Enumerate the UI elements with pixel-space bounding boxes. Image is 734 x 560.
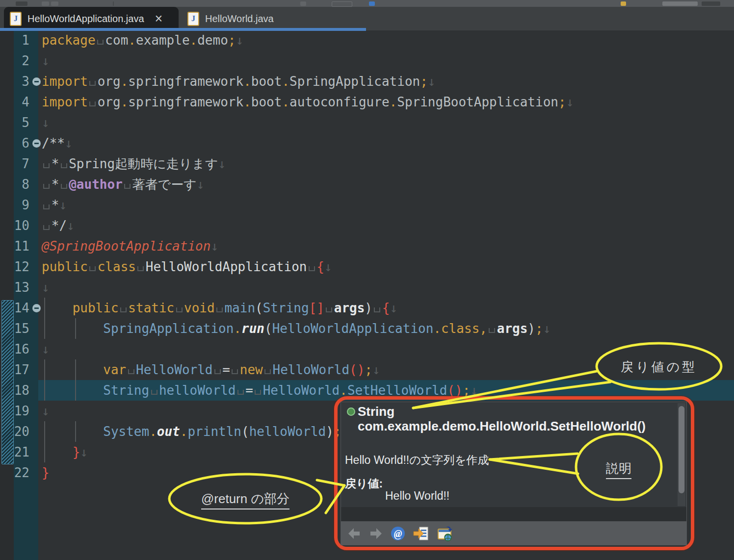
whitespace-mark [89, 266, 96, 271]
line-number: 19 [14, 401, 29, 421]
back-arrow-icon[interactable] [347, 526, 362, 541]
tab-label: HelloWorldApplication.java [27, 13, 144, 25]
whitespace-mark [43, 204, 50, 209]
code-line[interactable]: ↓ [38, 51, 734, 71]
editor-left-margin [0, 30, 14, 560]
toolbar-button[interactable] [332, 1, 352, 7]
whitespace-mark [61, 163, 67, 168]
gutter-line: 17 [14, 359, 38, 380]
code-line[interactable]: *↓ [38, 195, 734, 215]
line-number: 8 [22, 174, 29, 195]
whitespace-mark [120, 307, 127, 312]
code-line[interactable]: /**↓ [38, 133, 734, 153]
gutter-line: 12 [14, 256, 38, 277]
line-end-mark: ↓ [324, 259, 332, 274]
close-icon[interactable]: × [155, 12, 163, 25]
code-line[interactable]: *@author著者でーす↓ [38, 174, 734, 195]
code-line[interactable]: ↓ [38, 112, 734, 133]
line-number: 2 [22, 51, 29, 71]
line-number: 11 [14, 236, 29, 256]
code-line[interactable]: importorg.springframework.boot.SpringApp… [38, 71, 734, 92]
whitespace-mark [43, 225, 50, 230]
forward-arrow-icon[interactable] [368, 526, 383, 541]
popup-scrollbar-thumb[interactable] [679, 406, 684, 493]
gutter-line: 15 [14, 318, 38, 339]
popup-divider [341, 507, 686, 521]
line-end-mark: ↓ [390, 301, 397, 315]
line-end-mark: ↓ [218, 156, 226, 171]
tab-helloworldapplication[interactable]: J HelloWorldApplication.java × [4, 7, 179, 30]
line-number: 10 [14, 215, 29, 236]
svg-text:@: @ [394, 528, 402, 539]
code-line[interactable]: ↓ [38, 339, 734, 359]
code-line[interactable]: */↓ [38, 215, 734, 236]
gutter-line: 7 [14, 153, 38, 174]
code-line[interactable]: SpringApplication.run(HelloWorldApplicat… [38, 318, 734, 339]
whitespace-mark [89, 102, 96, 106]
gutter-lines: 12345678910111213141516171819202122 [14, 30, 38, 483]
toolbar-icon[interactable] [621, 1, 626, 6]
java-file-icon: J [10, 12, 22, 26]
method-visibility-icon [347, 407, 355, 416]
toolbar-button[interactable] [662, 1, 698, 6]
line-end-mark: ↓ [372, 362, 380, 377]
qualified-method-name: com.example.demo.HelloWorld.SetHelloWorl… [358, 419, 646, 433]
gutter-line: 22 [14, 462, 38, 483]
active-editor-accent-line [0, 28, 366, 31]
gutter-line: 14 [14, 298, 38, 318]
gutter-line: 8 [14, 174, 38, 195]
popup-scrollbar-track[interactable] [678, 403, 685, 506]
open-in-browser-icon[interactable] [436, 525, 454, 542]
whitespace-mark [232, 369, 238, 374]
gutter-line: 13 [14, 277, 38, 298]
line-end-mark: ↓ [42, 115, 50, 130]
line-end-mark: ↓ [566, 95, 574, 109]
javadoc-hover-popup[interactable]: String com.example.demo.HelloWorld.SetHe… [341, 402, 687, 545]
toolbar-icon[interactable] [51, 1, 58, 6]
gutter-line: 16 [14, 339, 38, 359]
code-line[interactable]: ↓ [38, 277, 734, 298]
tab-label: HelloWorld.java [205, 13, 274, 25]
whitespace-mark [128, 369, 134, 374]
toolbar-icon[interactable] [16, 1, 27, 6]
line-number: 1 [22, 30, 29, 51]
line-number: 4 [22, 92, 29, 112]
gutter-line: 3 [14, 71, 38, 92]
line-number: 20 [14, 421, 29, 442]
at-sign-icon[interactable]: @ [390, 526, 406, 541]
toolbar-icon[interactable] [369, 1, 375, 6]
whitespace-mark [97, 40, 104, 45]
code-line[interactable]: importorg.springframework.boot.autoconfi… [38, 92, 734, 112]
returns-label: 戻り値: [345, 476, 383, 491]
editor-tab-bar: J HelloWorldApplication.java × J HelloWo… [0, 7, 734, 30]
whitespace-mark [214, 369, 221, 374]
line-end-mark: ↓ [80, 445, 88, 459]
line-end-mark: ↓ [42, 280, 50, 295]
whitespace-mark [137, 266, 144, 271]
code-line[interactable]: *Spring起動時に走ります↓ [38, 153, 734, 174]
whitespace-mark [124, 184, 131, 189]
line-number: 18 [14, 380, 29, 401]
gutter-line: 18 [14, 380, 38, 401]
toolbar-icon[interactable] [42, 1, 49, 6]
code-line[interactable]: @SpringBootApplication↓ [38, 236, 734, 256]
import-javadoc-icon[interactable] [413, 526, 429, 541]
whitespace-mark [89, 81, 96, 86]
line-number: 9 [22, 195, 29, 215]
whitespace-mark [264, 369, 271, 374]
code-line[interactable]: varHelloWorld=newHelloWorld();↓ [38, 359, 734, 380]
tab-helloworld[interactable]: J HelloWorld.java [182, 7, 287, 30]
toolbar-button[interactable] [702, 1, 720, 6]
code-line[interactable]: publicstaticvoidmain(String[]args){↓ [38, 298, 734, 318]
code-line[interactable]: publicclassHelloWorldApplication{↓ [38, 256, 734, 277]
toolbar-icon[interactable] [300, 1, 306, 6]
gutter-line: 11 [14, 236, 38, 256]
line-end-mark: ↓ [42, 342, 50, 356]
line-number: 6 [22, 133, 29, 153]
code-line[interactable]: packagecom.example.demo;↓ [38, 30, 734, 51]
gutter-line: 20 [14, 421, 38, 442]
line-end-mark: ↓ [67, 218, 75, 233]
java-file-icon: J [187, 12, 199, 26]
changed-lines-indicator[interactable] [1, 300, 14, 464]
whitespace-mark [176, 307, 183, 312]
